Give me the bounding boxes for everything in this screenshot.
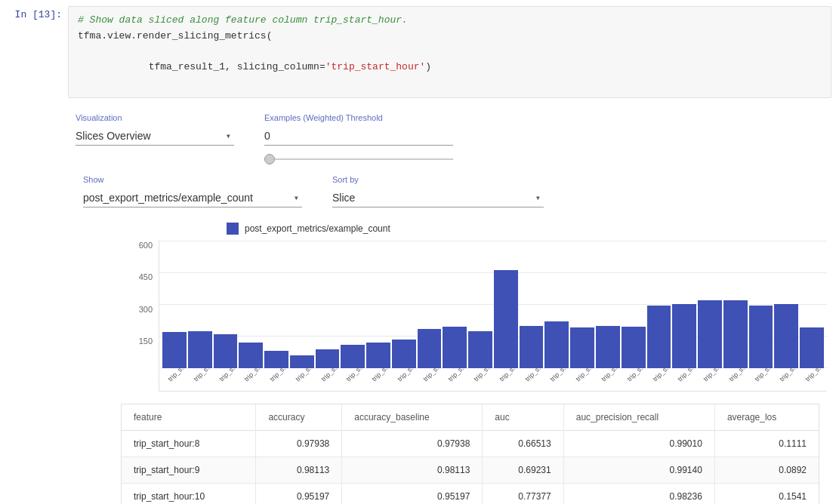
code-line-1: # Show data sliced along feature column … [78,13,822,29]
show-control: Show post_export_metrics/example_count a… [83,175,302,207]
bar-23 [749,306,773,368]
metrics-table: featureaccuracyaccuracy_baselineaucauc_p… [122,404,819,504]
show-label: Show [83,175,302,184]
cell-1-4: 0.99140 [563,456,714,483]
slider-container [264,152,453,163]
bar-chart: 600 450 300 150 [121,241,827,392]
header-row: featureaccuracyaccuracy_baselineaucauc_p… [122,404,819,431]
sort-dropdown[interactable]: Slice Ascending Descending [332,189,544,207]
y-label-150: 150 [139,337,153,346]
col-header-auc: auc [483,404,563,431]
bars-wrapper [159,241,827,368]
threshold-input[interactable] [264,127,453,146]
col-header-accuracy: accuracy [256,404,342,431]
threshold-slider[interactable] [264,158,453,160]
code-cell: In [13]: # Show data sliced along featur… [0,0,839,104]
cell-1-3: 0.69231 [483,456,563,483]
cell-0-1: 0.97938 [256,430,342,456]
widget-area: Visualization Slices Overview Metrics Hi… [0,104,839,504]
controls-row-2: Show post_export_metrics/example_count a… [76,175,827,207]
code-line-2: tfma.view.render_slicing_metrics( [78,29,822,45]
threshold-label: Examples (Weighted) Threshold [264,113,453,122]
bar-19 [647,306,671,368]
cell-2-2: 0.95197 [342,483,483,504]
bar-22 [723,300,748,368]
visualization-dropdown-wrapper: Slices Overview Metrics Histogram ▾ [76,127,234,146]
code-indent [125,61,148,72]
col-header-accuracy_baseline: accuracy_baseline [342,404,483,431]
cell-1-0: trip_start_hour:9 [122,456,256,483]
cell-2-4: 0.98236 [563,483,714,504]
table-container: featureaccuracyaccuracy_baselineaucauc_p… [121,404,819,504]
legend-color-box [227,223,239,235]
chart-legend: post_export_metrics/example_count [121,223,827,235]
visualization-label: Visualization [76,113,234,122]
col-header-average_los: average_los [714,404,819,431]
y-axis: 600 450 300 150 [121,241,159,369]
cell-2-3: 0.77377 [483,483,563,504]
table-header: featureaccuracyaccuracy_baselineaucauc_p… [122,404,819,431]
chart-inner: trip_s...trip_s...trip_s...trip_s...trip… [159,241,827,392]
bar-24 [774,304,798,368]
notebook-container: In [13]: # Show data sliced along featur… [0,0,839,504]
col-header-feature: feature [122,404,256,431]
col-header-auc_precision_recall: auc_precision_recall [563,404,714,431]
show-dropdown-wrapper: post_export_metrics/example_count accura… [83,189,302,207]
threshold-control: Examples (Weighted) Threshold [264,113,453,163]
show-dropdown[interactable]: post_export_metrics/example_count accura… [83,189,302,207]
code-args: tfma_result_1, slicing_column='trip_star… [149,61,431,72]
y-label-450: 450 [139,272,153,281]
cell-1-1: 0.98113 [256,456,342,483]
code-line-3: tfma_result_1, slicing_column='trip_star… [78,45,822,91]
controls-row-1: Visualization Slices Overview Metrics Hi… [76,113,827,163]
bar-13 [494,270,518,368]
cell-1-5: 0.0892 [714,456,819,483]
visualization-dropdown[interactable]: Slices Overview Metrics Histogram [76,127,234,146]
cell-2-5: 0.1541 [714,483,819,504]
cell-0-0: trip_start_hour:8 [122,430,256,456]
cell-code: # Show data sliced along feature column … [68,6,831,98]
table-row: trip_start_hour:80.979380.979380.665130.… [122,430,819,456]
cell-0-4: 0.99010 [563,430,714,456]
cell-2-0: trip_start_hour:10 [122,483,256,504]
table-row: trip_start_hour:90.981130.981130.692310.… [122,456,819,483]
table-row: trip_start_hour:100.951970.951970.773770… [122,483,819,504]
x-labels: trip_s...trip_s...trip_s...trip_s...trip… [159,368,827,391]
table-body: trip_start_hour:80.979380.979380.665130.… [122,430,819,504]
bar-21 [698,300,722,368]
y-label-600: 600 [139,241,153,250]
sort-label: Sort by [332,175,544,184]
cell-0-5: 0.1111 [714,430,819,456]
sort-dropdown-wrapper: Slice Ascending Descending ▾ [332,189,544,207]
cell-0-3: 0.66513 [483,430,563,456]
bar-20 [672,304,696,368]
sort-control: Sort by Slice Ascending Descending ▾ [332,175,544,207]
cell-2-1: 0.95197 [256,483,342,504]
cell-1-2: 0.98113 [342,456,483,483]
cell-0-2: 0.97938 [342,430,483,456]
chart-area: post_export_metrics/example_count 600 45… [76,223,827,392]
visualization-control: Visualization Slices Overview Metrics Hi… [76,113,234,146]
cell-prompt: In [13]: [0,6,68,23]
legend-label: post_export_metrics/example_count [245,223,390,234]
y-label-300: 300 [139,305,153,314]
